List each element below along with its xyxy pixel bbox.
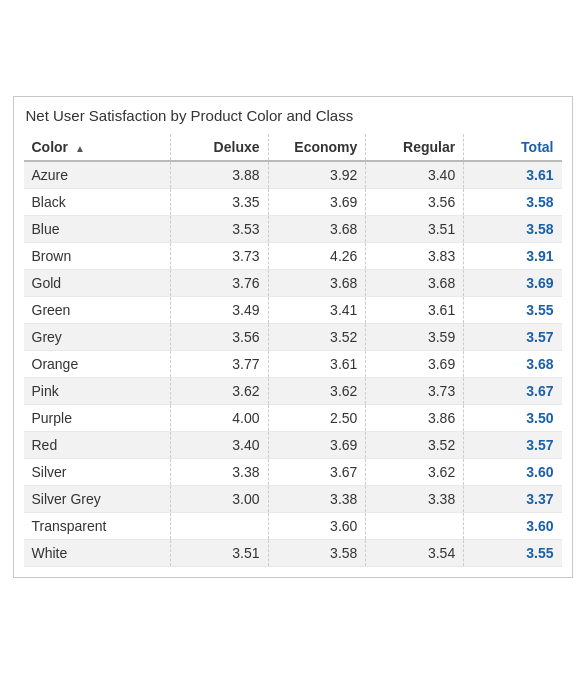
table-row: Grey3.563.523.593.57 <box>24 324 562 351</box>
cell-economy: 3.52 <box>268 324 366 351</box>
cell-regular: 3.61 <box>366 297 464 324</box>
cell-regular: 3.51 <box>366 216 464 243</box>
table-row: Red3.403.693.523.57 <box>24 432 562 459</box>
table-row: Pink3.623.623.733.67 <box>24 378 562 405</box>
header-row: Color ▲ Deluxe Economy Regular Total <box>24 134 562 161</box>
cell-regular: 3.40 <box>366 161 464 189</box>
cell-deluxe: 3.00 <box>170 486 268 513</box>
cell-deluxe: 3.35 <box>170 189 268 216</box>
table-row: Green3.493.413.613.55 <box>24 297 562 324</box>
cell-economy: 3.41 <box>268 297 366 324</box>
cell-deluxe: 3.38 <box>170 459 268 486</box>
cell-total: 3.61 <box>464 161 562 189</box>
cell-color: Purple <box>24 405 171 432</box>
data-table: Color ▲ Deluxe Economy Regular Total Azu… <box>24 134 562 567</box>
cell-deluxe: 4.00 <box>170 405 268 432</box>
cell-color: Red <box>24 432 171 459</box>
cell-color: Gold <box>24 270 171 297</box>
cell-total: 3.37 <box>464 486 562 513</box>
chart-container: Net User Satisfaction by Product Color a… <box>13 96 573 578</box>
cell-deluxe: 3.76 <box>170 270 268 297</box>
cell-economy: 3.68 <box>268 216 366 243</box>
cell-deluxe: 3.49 <box>170 297 268 324</box>
cell-regular: 3.83 <box>366 243 464 270</box>
cell-deluxe: 3.62 <box>170 378 268 405</box>
cell-total: 3.60 <box>464 459 562 486</box>
table-row: Silver3.383.673.623.60 <box>24 459 562 486</box>
cell-total: 3.67 <box>464 378 562 405</box>
cell-regular: 3.54 <box>366 540 464 567</box>
cell-regular: 3.69 <box>366 351 464 378</box>
table-row: Orange3.773.613.693.68 <box>24 351 562 378</box>
cell-deluxe: 3.53 <box>170 216 268 243</box>
cell-total: 3.91 <box>464 243 562 270</box>
cell-regular: 3.86 <box>366 405 464 432</box>
cell-total: 3.55 <box>464 540 562 567</box>
cell-deluxe: 3.51 <box>170 540 268 567</box>
cell-total: 3.69 <box>464 270 562 297</box>
cell-total: 3.58 <box>464 216 562 243</box>
cell-color: Silver <box>24 459 171 486</box>
table-row: Black3.353.693.563.58 <box>24 189 562 216</box>
col-header-economy[interactable]: Economy <box>268 134 366 161</box>
cell-color: Grey <box>24 324 171 351</box>
chart-title: Net User Satisfaction by Product Color a… <box>24 107 562 124</box>
table-row: Brown3.734.263.833.91 <box>24 243 562 270</box>
table-row: Gold3.763.683.683.69 <box>24 270 562 297</box>
table-row: Azure3.883.923.403.61 <box>24 161 562 189</box>
col-header-regular[interactable]: Regular <box>366 134 464 161</box>
cell-total: 3.60 <box>464 513 562 540</box>
col-header-color[interactable]: Color ▲ <box>24 134 171 161</box>
table-body: Azure3.883.923.403.61Black3.353.693.563.… <box>24 161 562 567</box>
cell-total: 3.58 <box>464 189 562 216</box>
cell-economy: 3.61 <box>268 351 366 378</box>
cell-regular: 3.56 <box>366 189 464 216</box>
cell-color: Blue <box>24 216 171 243</box>
cell-total: 3.57 <box>464 432 562 459</box>
cell-total: 3.57 <box>464 324 562 351</box>
cell-regular: 3.68 <box>366 270 464 297</box>
cell-color: Orange <box>24 351 171 378</box>
cell-deluxe: 3.56 <box>170 324 268 351</box>
sort-icon: ▲ <box>75 143 85 154</box>
cell-economy: 3.68 <box>268 270 366 297</box>
cell-deluxe: 3.88 <box>170 161 268 189</box>
cell-economy: 3.69 <box>268 432 366 459</box>
cell-regular: 3.62 <box>366 459 464 486</box>
cell-economy: 3.92 <box>268 161 366 189</box>
cell-color: Azure <box>24 161 171 189</box>
cell-color: White <box>24 540 171 567</box>
cell-color: Pink <box>24 378 171 405</box>
cell-total: 3.55 <box>464 297 562 324</box>
cell-regular <box>366 513 464 540</box>
cell-economy: 3.62 <box>268 378 366 405</box>
cell-economy: 3.67 <box>268 459 366 486</box>
cell-economy: 3.60 <box>268 513 366 540</box>
col-header-deluxe[interactable]: Deluxe <box>170 134 268 161</box>
cell-deluxe: 3.77 <box>170 351 268 378</box>
cell-economy: 2.50 <box>268 405 366 432</box>
cell-color: Brown <box>24 243 171 270</box>
cell-economy: 3.58 <box>268 540 366 567</box>
cell-economy: 3.38 <box>268 486 366 513</box>
cell-deluxe: 3.40 <box>170 432 268 459</box>
cell-economy: 3.69 <box>268 189 366 216</box>
cell-economy: 4.26 <box>268 243 366 270</box>
col-header-total[interactable]: Total <box>464 134 562 161</box>
cell-regular: 3.73 <box>366 378 464 405</box>
cell-deluxe: 3.73 <box>170 243 268 270</box>
table-row: Blue3.533.683.513.58 <box>24 216 562 243</box>
table-row: Silver Grey3.003.383.383.37 <box>24 486 562 513</box>
cell-regular: 3.52 <box>366 432 464 459</box>
cell-color: Black <box>24 189 171 216</box>
table-row: White3.513.583.543.55 <box>24 540 562 567</box>
cell-total: 3.50 <box>464 405 562 432</box>
cell-color: Green <box>24 297 171 324</box>
table-row: Transparent3.603.60 <box>24 513 562 540</box>
cell-regular: 3.59 <box>366 324 464 351</box>
cell-total: 3.68 <box>464 351 562 378</box>
table-row: Purple4.002.503.863.50 <box>24 405 562 432</box>
cell-color: Transparent <box>24 513 171 540</box>
cell-regular: 3.38 <box>366 486 464 513</box>
cell-color: Silver Grey <box>24 486 171 513</box>
